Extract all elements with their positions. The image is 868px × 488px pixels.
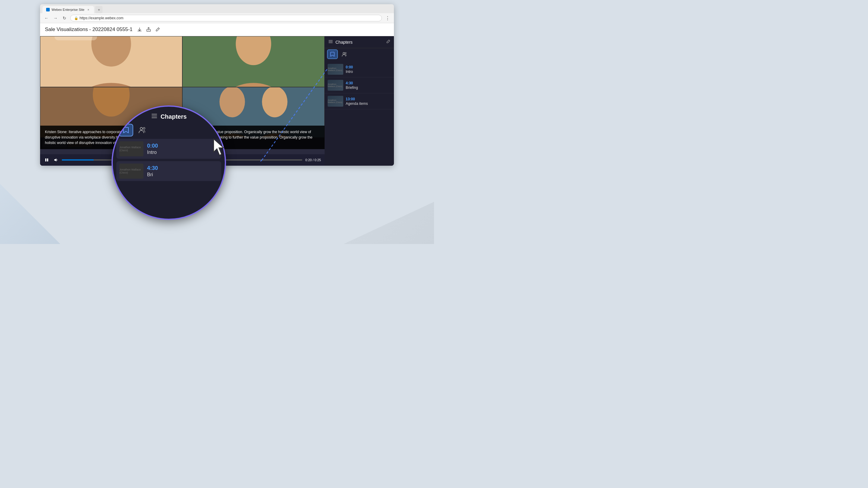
forward-button[interactable]: → [52, 15, 59, 22]
page-header: Sale Visualizations - 20220824 0555-1 [40, 23, 394, 36]
magnify-chapter-2[interactable]: Jonathon Wallace (Cisco) 4:30 Bri [116, 161, 221, 181]
svg-rect-1 [47, 158, 48, 161]
chapter-name-2: Briefing [346, 86, 391, 90]
chapter-time-3: 13:00 [346, 97, 391, 101]
magnify-menu-icon [151, 113, 158, 121]
svg-point-2 [343, 53, 345, 54]
total-time: 0:25 [315, 158, 321, 162]
magnify-chapter-name-2: Bri [147, 172, 218, 177]
svg-rect-0 [45, 158, 46, 161]
magnify-chapter-info-2: 4:30 Bri [147, 165, 218, 177]
chapters-edit-icon[interactable] [386, 39, 390, 44]
download-button[interactable] [136, 26, 143, 33]
magnify-chapter-time-2: 4:30 [147, 165, 218, 171]
current-time: 0:20 [305, 158, 312, 162]
chapter-time-1: 0:00 [346, 65, 391, 69]
chapter-thumb-1: Jonathon Wallace (Cisco) [328, 64, 343, 75]
chapter-name-3: Agenda items [346, 101, 391, 106]
chapter-item-3[interactable]: Jonathon Wallace (Cisco) 13:00 Agenda it… [324, 93, 394, 109]
new-tab-button[interactable]: + [95, 6, 102, 13]
magnify-tab-participants[interactable] [135, 124, 150, 136]
chapter-time-2: 4:30 [346, 81, 391, 85]
time-display: 0:20 / 0:25 [305, 158, 321, 162]
chapter-item-2[interactable]: Jonathon Wallace (Cisco) 4:30 Briefing [324, 77, 394, 93]
magnify-chapter-time-1: 0:00 [147, 143, 218, 149]
svg-point-7 [143, 127, 145, 129]
chapters-title: Chapters [336, 40, 386, 44]
chapters-menu-icon[interactable] [328, 39, 333, 45]
tab-favicon [46, 8, 50, 11]
participant-cell-1 [40, 36, 182, 87]
magnify-chapters-list: Jonathon Wallace (Cisco) 0:00 Intro Jona… [113, 139, 225, 219]
bg-decoration-left [0, 184, 60, 244]
progress-fill [62, 159, 94, 161]
active-tab[interactable]: Webex Enterprise Site × [42, 6, 94, 13]
chapter-item-1[interactable]: Jonathon Wallace (Cisco) 0:00 Intro [324, 61, 394, 77]
magnify-chapter-1[interactable]: Jonathon Wallace (Cisco) 0:00 Intro [116, 139, 221, 159]
refresh-button[interactable]: ↻ [61, 15, 68, 22]
chapters-tabs [324, 48, 394, 60]
participant-cell-2 [182, 36, 324, 87]
address-bar[interactable]: 🔒 https://example.webex.com [70, 15, 382, 22]
page-title: Sale Visualizations - 20220824 0555-1 [45, 27, 133, 33]
magnify-thumb-2: Jonathon Wallace (Cisco) [119, 164, 144, 178]
magnify-tabs [113, 124, 225, 139]
chapter-info-2: 4:30 Briefing [346, 81, 391, 90]
volume-button[interactable] [53, 157, 59, 163]
back-button[interactable]: ← [43, 15, 50, 22]
chapters-header: Chapters [324, 36, 394, 48]
chapter-name-1: Intro [346, 70, 391, 74]
browser-tab-bar: Webex Enterprise Site × + [40, 4, 394, 13]
chapters-sidebar: Chapters [324, 36, 394, 166]
tab-label: Webex Enterprise Site [52, 8, 84, 11]
chapter-info-1: 0:00 Intro [346, 65, 391, 74]
tab-bookmark[interactable] [327, 50, 338, 59]
chapters-list: Jonathon Wallace (Cisco) 0:00 Intro Jona… [324, 60, 394, 166]
magnify-chapter-name-1: Intro [147, 150, 218, 155]
share-button[interactable] [145, 26, 152, 33]
magnify-title: Chapters [161, 113, 187, 120]
svg-point-6 [140, 127, 143, 130]
magnify-tab-bookmark[interactable] [119, 124, 133, 136]
chapter-info-3: 13:00 Agenda items [346, 97, 391, 106]
magnify-header: Chapters [113, 107, 225, 124]
browser-menu-button[interactable]: ⋮ [384, 15, 391, 22]
address-text: https://example.webex.com [80, 16, 123, 20]
svg-point-3 [345, 53, 346, 54]
magnify-content: Chapters Jonath [113, 107, 225, 219]
edit-button[interactable] [154, 26, 161, 33]
chapter-thumb-2: Jonathon Wallace (Cisco) [328, 80, 343, 91]
magnify-chapter-info-1: 0:00 Intro [147, 143, 218, 155]
tab-close-button[interactable]: × [86, 7, 90, 12]
play-pause-button[interactable] [44, 157, 50, 163]
bg-decoration-right [344, 184, 434, 244]
lock-icon: 🔒 [74, 16, 79, 20]
tab-participants[interactable] [339, 50, 350, 59]
magnify-thumb-1: Jonathon Wallace (Cisco) [119, 141, 144, 156]
page-actions [136, 26, 161, 33]
browser-toolbar: ← → ↻ 🔒 https://example.webex.com ⋮ [40, 13, 394, 23]
magnify-overlay: Chapters Jonath [112, 105, 226, 220]
chapter-thumb-3: Jonathon Wallace (Cisco) [328, 96, 343, 107]
